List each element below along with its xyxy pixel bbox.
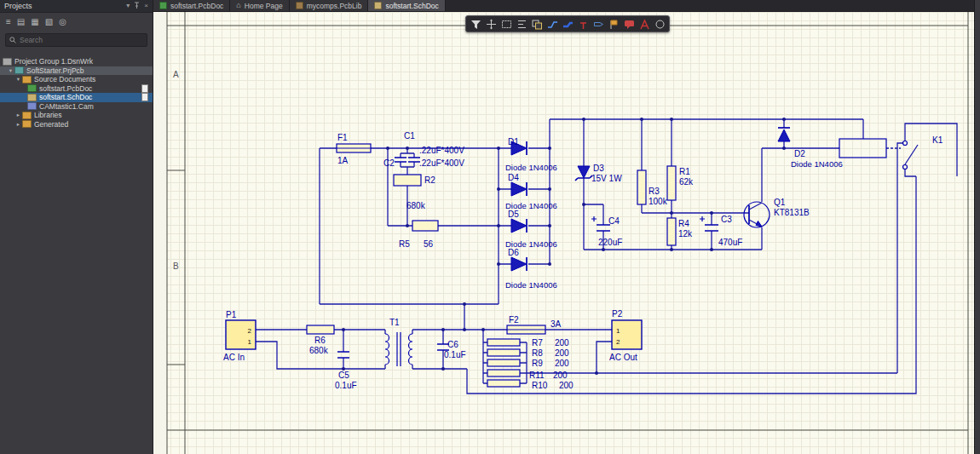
settings-icon[interactable]: ◎ (59, 18, 66, 26)
component-k1-relay[interactable] (839, 139, 918, 170)
tree-item-pcbdoc[interactable]: softstart.PcbDoc (0, 84, 153, 94)
component-c3[interactable] (700, 216, 718, 231)
component-c2[interactable] (408, 158, 420, 162)
component-label: R3 (649, 187, 660, 196)
component-d2[interactable] (778, 128, 790, 141)
projects-panel-titlebar: Projects ▾ × (0, 0, 153, 13)
pcb-doc-icon (159, 2, 167, 9)
folders-icon[interactable]: ▦ (31, 18, 38, 26)
component-q1-transistor[interactable] (744, 202, 770, 227)
tree-item-label: Generated (34, 120, 68, 129)
tree-item-camtastic[interactable]: CAMtastic1.Cam (0, 102, 153, 112)
search-input[interactable] (20, 36, 143, 44)
filter-icon[interactable]: ▧ (45, 18, 53, 26)
tree-item-libraries[interactable]: ▸ Libraries (0, 111, 153, 120)
component-r9[interactable] (487, 359, 520, 366)
tab-home-page[interactable]: ⌂ Home Page (230, 0, 289, 11)
component-label: 0.1uF (444, 350, 466, 359)
component-label: K1 (932, 135, 943, 145)
cam-doc-icon (27, 102, 37, 110)
expand-arrow-icon[interactable]: ▸ (14, 122, 22, 128)
panel-dropdown-icon[interactable]: ▾ (126, 3, 130, 9)
search-box[interactable] (5, 33, 147, 47)
component-r6[interactable] (307, 325, 334, 334)
component-label: 12k (678, 229, 693, 238)
selection-filter-icon[interactable] (469, 18, 482, 31)
component-label: 100k (649, 197, 668, 206)
component-label: Q1 (774, 198, 786, 207)
component-c4[interactable] (591, 216, 610, 231)
component-r5[interactable] (412, 221, 438, 231)
place-arc-icon[interactable] (653, 18, 666, 31)
component-d4[interactable] (511, 182, 527, 196)
panel-close-icon[interactable]: × (144, 3, 148, 9)
component-label: D4 (508, 173, 519, 182)
component-label: 200 (555, 348, 569, 358)
component-r8[interactable] (487, 349, 520, 356)
expand-arrow-icon[interactable]: ▾ (7, 68, 14, 74)
tree-item-label: softstart.SchDoc (39, 93, 92, 101)
align-objects-icon[interactable] (515, 18, 528, 31)
component-r10[interactable] (487, 380, 520, 387)
component-label: R7 (532, 338, 543, 348)
documents-icon[interactable]: ▤ (17, 18, 25, 26)
select-area-icon[interactable] (499, 18, 513, 31)
component-label: 1A (337, 156, 349, 165)
projects-panel: Projects ▾ × ≡ ▤ ▦ ▧ ◎ Project Group 1.D… (0, 0, 153, 454)
tree-item-label: Project Group 1.DsnWrk (14, 57, 93, 66)
tree-item-prjpcb[interactable]: ▾ SoftStarter.PrjPcb (0, 66, 153, 76)
place-wire-icon[interactable] (545, 18, 559, 31)
component-r1[interactable] (667, 166, 676, 200)
wires[interactable] (256, 119, 957, 394)
component-r2[interactable] (394, 175, 421, 186)
place-port-icon[interactable] (591, 18, 605, 31)
schematic-canvas[interactable]: A B (153, 12, 974, 454)
expand-arrow-icon[interactable]: ▾ (14, 77, 22, 83)
component-d3-zener[interactable] (575, 166, 592, 181)
component-r7[interactable] (487, 339, 520, 346)
component-label: R11 (529, 371, 545, 380)
tree-item-schdoc[interactable]: softstart.SchDoc (0, 93, 153, 102)
arrange-windows-icon[interactable] (530, 18, 544, 31)
component-f1[interactable] (337, 144, 371, 152)
place-power-port-icon[interactable] (576, 18, 590, 31)
tab-softstart-schdoc[interactable]: softstart.SchDoc (368, 0, 445, 11)
search-row (0, 32, 153, 50)
component-c5[interactable] (337, 352, 349, 358)
component-label: D6 (508, 248, 519, 257)
panel-menu-icon[interactable]: ≡ (6, 18, 11, 26)
expand-arrow-icon[interactable]: ▸ (14, 112, 22, 118)
component-r3[interactable] (637, 170, 646, 204)
component-label: R6 (314, 336, 326, 345)
component-label: C3 (721, 215, 732, 224)
tree-item-project-group[interactable]: Project Group 1.DsnWrk (0, 57, 153, 66)
place-comment-icon[interactable] (622, 18, 636, 31)
tab-label: softstart.SchDoc (385, 2, 438, 10)
tab-mycomps-pcblib[interactable]: mycomps.PcbLib (290, 0, 369, 11)
component-label: KT8131B (774, 208, 810, 217)
tree-item-label: Libraries (34, 111, 62, 119)
component-label: F2 (509, 315, 519, 325)
component-c1[interactable] (395, 158, 406, 162)
tab-softstart-pcbdoc[interactable]: softstart.PcbDoc (153, 0, 230, 11)
component-label: 200 (555, 338, 569, 348)
component-f2[interactable] (507, 325, 545, 334)
tree-item-generated[interactable]: ▸ Generated (0, 120, 153, 129)
component-r11[interactable] (487, 370, 520, 376)
document-tab-bar: softstart.PcbDoc ⌂ Home Page mycomps.Pcb… (153, 0, 974, 12)
place-bus-icon[interactable] (561, 18, 574, 31)
move-objects-icon[interactable] (484, 18, 498, 31)
panel-pin-icon[interactable] (134, 2, 140, 10)
place-directive-icon[interactable] (607, 18, 620, 31)
component-t1-transformer[interactable] (385, 332, 412, 366)
component-d6[interactable] (511, 257, 527, 271)
component-label: C4 (608, 216, 620, 226)
folder-icon (22, 120, 32, 128)
place-text-icon[interactable] (637, 18, 651, 31)
component-label: 200 (559, 381, 574, 390)
component-label: AC Out (609, 353, 637, 362)
component-label: 56 (424, 239, 434, 249)
tree-item-source-documents[interactable]: ▾ Source Documents (0, 75, 153, 84)
component-d5[interactable] (511, 219, 527, 233)
component-r4[interactable] (667, 218, 676, 245)
